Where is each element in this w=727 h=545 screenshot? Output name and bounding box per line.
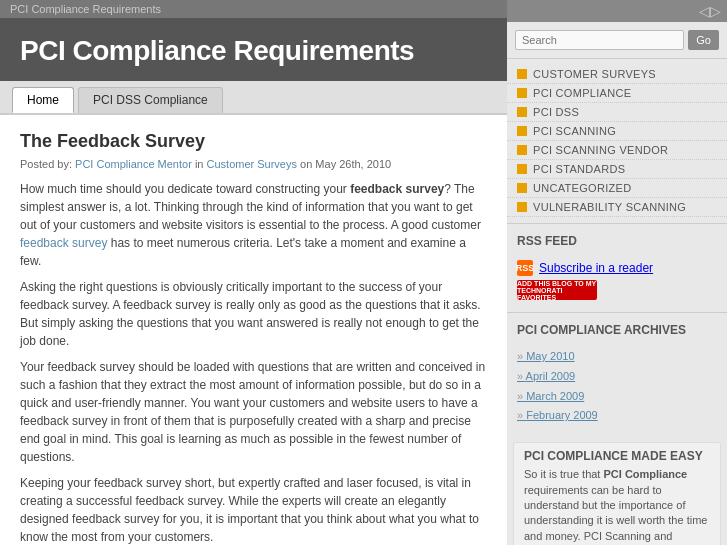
technorati-icon: ADD THIS BLOG TO MY TECHNORATI FAVORITES (517, 280, 597, 300)
paragraph-2: Asking the right questions is obviously … (20, 278, 487, 350)
nav-tabs: Home PCI DSS Compliance (0, 81, 507, 115)
nav-label: PCI SCANNING VENDOR (533, 144, 668, 156)
made-easy-text: So it is true that PCI Compliance requir… (524, 467, 710, 545)
nav-label: PCI COMPLIANCE (533, 87, 631, 99)
article-body: How much time should you dedicate toward… (20, 180, 487, 545)
nav-bullet-icon (517, 164, 527, 174)
tab-home[interactable]: Home (12, 87, 74, 113)
site-header: PCI Compliance Requirements (0, 18, 507, 81)
browser-tab-title: PCI Compliance Requirements (10, 3, 161, 15)
nav-label: VULNERABILITY SCANNING (533, 201, 686, 213)
archives-list: May 2010 April 2009 March 2009 February … (507, 343, 727, 432)
nav-item-pci-standards[interactable]: PCI STANDARDS (507, 160, 727, 179)
made-easy-title: PCI COMPLIANCE MADE EASY (524, 449, 710, 463)
sidebar: ◁▷ Go CUSTOMER SURVEYS PCI COMPLIANCE PC… (507, 0, 727, 545)
paragraph-4: Keeping your feedback survey short, but … (20, 474, 487, 545)
topbar-arrows-icon: ◁▷ (699, 3, 721, 19)
tab-pci-dss[interactable]: PCI DSS Compliance (78, 87, 223, 113)
author-link[interactable]: PCI Compliance Mentor (75, 158, 192, 170)
technorati-label: ADD THIS BLOG TO MY TECHNORATI FAVORITES (517, 280, 597, 301)
paragraph-1: How much time should you dedicate toward… (20, 180, 487, 270)
search-button[interactable]: Go (688, 30, 719, 50)
nav-bullet-icon (517, 69, 527, 79)
feedback-survey-link[interactable]: feedback survey (20, 236, 107, 250)
sidebar-archives-section: PCI COMPLIANCE ARCHIVES May 2010 April 2… (507, 312, 727, 438)
nav-bullet-icon (517, 88, 527, 98)
nav-bullet-icon (517, 183, 527, 193)
nav-bullet-icon (517, 107, 527, 117)
search-input[interactable] (515, 30, 684, 50)
nav-bullet-icon (517, 202, 527, 212)
nav-bullet-icon (517, 145, 527, 155)
nav-label: PCI SCANNING (533, 125, 616, 137)
nav-label: CUSTOMER SURVEYS (533, 68, 656, 80)
nav-item-uncategorized[interactable]: UNCATEGORIZED (507, 179, 727, 198)
nav-label: PCI DSS (533, 106, 579, 118)
rss-section-title: RSS FEED (507, 230, 727, 254)
sidebar-nav: CUSTOMER SURVEYS PCI COMPLIANCE PCI DSS … (507, 58, 727, 223)
rss-icon: RSS (517, 260, 533, 276)
nav-item-pci-dss[interactable]: PCI DSS (507, 103, 727, 122)
article-meta: Posted by: PCI Compliance Mentor in Cust… (20, 158, 487, 170)
search-bar: Go (507, 22, 727, 58)
main-content: The Feedback Survey Posted by: PCI Compl… (0, 115, 507, 545)
nav-item-customer-surveys[interactable]: CUSTOMER SURVEYS (507, 65, 727, 84)
technorati-badge[interactable]: ADD THIS BLOG TO MY TECHNORATI FAVORITES (517, 280, 717, 300)
paragraph-3: Your feedback survey should be loaded wi… (20, 358, 487, 466)
nav-item-pci-scanning-vendor[interactable]: PCI SCANNING VENDOR (507, 141, 727, 160)
subscribe-link[interactable]: Subscribe in a reader (539, 261, 653, 275)
archive-march-2009[interactable]: March 2009 (517, 387, 717, 407)
subscribe-item: RSS Subscribe in a reader (517, 260, 717, 276)
nav-item-pci-scanning[interactable]: PCI SCANNING (507, 122, 727, 141)
nav-label: PCI STANDARDS (533, 163, 625, 175)
sidebar-made-easy: PCI COMPLIANCE MADE EASY So it is true t… (513, 442, 721, 545)
archive-april-2009[interactable]: April 2009 (517, 367, 717, 387)
site-title: PCI Compliance Requirements (20, 36, 487, 67)
nav-bullet-icon (517, 126, 527, 136)
nav-label: UNCATEGORIZED (533, 182, 631, 194)
category-link[interactable]: Customer Surveys (207, 158, 297, 170)
archive-may-2010[interactable]: May 2010 (517, 347, 717, 367)
nav-item-vulnerability-scanning[interactable]: VULNERABILITY SCANNING (507, 198, 727, 217)
sidebar-topbar: ◁▷ (507, 0, 727, 22)
article-title: The Feedback Survey (20, 131, 487, 152)
nav-item-pci-compliance[interactable]: PCI COMPLIANCE (507, 84, 727, 103)
archive-february-2009[interactable]: February 2009 (517, 406, 717, 426)
rss-content: RSS Subscribe in a reader ADD THIS BLOG … (507, 254, 727, 306)
browser-tab: PCI Compliance Requirements (0, 0, 507, 18)
archives-section-title: PCI COMPLIANCE ARCHIVES (507, 319, 727, 343)
sidebar-rss-section: RSS FEED RSS Subscribe in a reader ADD T… (507, 223, 727, 312)
